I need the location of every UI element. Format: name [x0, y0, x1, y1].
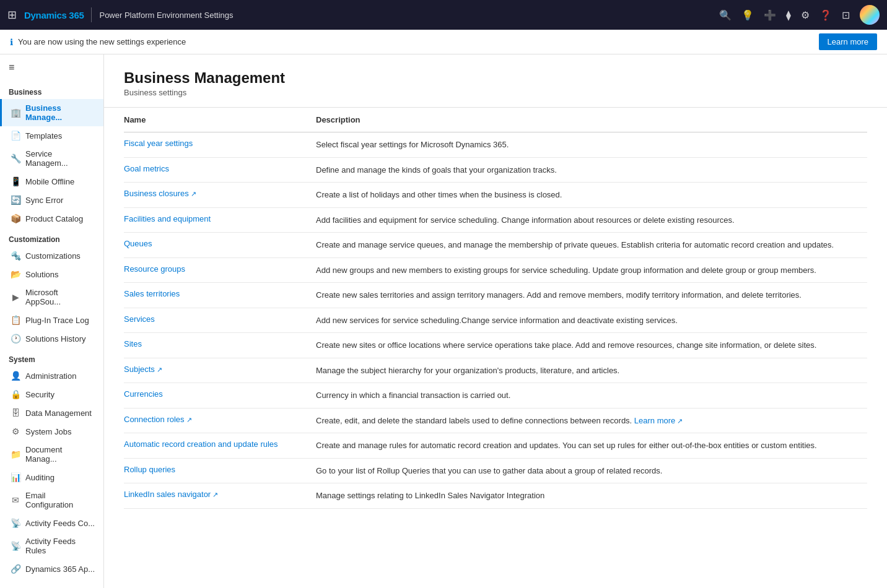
- sidebar-item-customizations[interactable]: 🔩 Customizations: [0, 246, 103, 265]
- setting-name-link[interactable]: Queues: [124, 239, 152, 248]
- sidebar: ≡ Business 🏢 Business Manage... 📄 Templa…: [0, 54, 104, 588]
- setting-description-cell: Select fiscal year settings for Microsof…: [316, 132, 867, 158]
- setting-name-link[interactable]: Subjects: [124, 365, 155, 374]
- filter-icon[interactable]: ⧫: [786, 9, 791, 21]
- notification-bar: ℹ You are now using the new settings exp…: [0, 30, 887, 54]
- learn-more-button[interactable]: Learn more: [819, 33, 877, 50]
- sidebar-item-activity-feeds-co[interactable]: 📡 Activity Feeds Co...: [0, 514, 103, 532]
- sidebar-item-templates[interactable]: 📄 Templates: [0, 126, 103, 145]
- settings-icon[interactable]: ⚙: [801, 9, 810, 21]
- customizations-icon: 🔩: [11, 251, 20, 261]
- setting-name-cell: Currencies: [124, 383, 316, 409]
- table-row: ServicesAdd new services for service sch…: [124, 308, 867, 333]
- setting-name-cell: Rollup queries: [124, 458, 316, 483]
- setting-name-cell: LinkedIn sales navigator↗: [124, 483, 316, 509]
- sidebar-item-label: Security: [25, 390, 55, 399]
- sidebar-item-mobile-offline[interactable]: 📱 Mobile Offline: [0, 172, 103, 191]
- table-row: Rollup queriesGo to your list of Rollup …: [124, 458, 867, 483]
- setting-description-cell: Manage the subject hierarchy for your or…: [316, 358, 867, 383]
- setting-name-link[interactable]: Sales territories: [124, 289, 180, 298]
- setting-name-link[interactable]: LinkedIn sales navigator: [124, 490, 211, 499]
- setting-name-link[interactable]: Rollup queries: [124, 465, 175, 474]
- sidebar-item-sync-error[interactable]: 🔄 Sync Error: [0, 191, 103, 209]
- sidebar-item-solutions[interactable]: 📂 Solutions: [0, 265, 103, 283]
- table-row: Subjects↗Manage the subject hierarchy fo…: [124, 358, 867, 383]
- auditing-icon: 📊: [11, 472, 20, 482]
- info-icon: ℹ: [10, 37, 13, 47]
- col-name: Name: [124, 108, 316, 132]
- main-layout: ≡ Business 🏢 Business Manage... 📄 Templa…: [0, 54, 887, 588]
- external-link-icon: ↗: [157, 366, 162, 373]
- setting-name-link[interactable]: Fiscal year settings: [124, 139, 193, 148]
- hamburger-menu[interactable]: ≡: [0, 54, 103, 80]
- setting-description-cell: Create new sales territories and assign …: [316, 283, 867, 308]
- setting-name-link[interactable]: Automatic record creation and update rul…: [124, 439, 278, 449]
- setting-name-cell: Subjects↗: [124, 358, 316, 383]
- sidebar-item-administration[interactable]: 👤 Administration: [0, 366, 103, 385]
- sidebar-item-plugin-trace[interactable]: 📋 Plug-In Trace Log: [0, 311, 103, 329]
- sidebar-item-solutions-history[interactable]: 🕐 Solutions History: [0, 329, 103, 348]
- sidebar-section-customization: Customization: [0, 228, 103, 246]
- sidebar-item-service-mgmt[interactable]: 🔧 Service Managem...: [0, 145, 103, 172]
- setting-name-link[interactable]: Goal metrics: [124, 164, 169, 173]
- setting-name-link[interactable]: Business closures: [124, 189, 189, 198]
- table-row: LinkedIn sales navigator↗Manage settings…: [124, 483, 867, 509]
- setting-name-link[interactable]: Resource groups: [124, 264, 185, 274]
- sidebar-item-label: Templates: [25, 131, 62, 141]
- product-catalog-icon: 📦: [11, 214, 20, 223]
- search-icon[interactable]: 🔍: [719, 9, 732, 21]
- table-row: Resource groupsAdd new groups and new me…: [124, 257, 867, 283]
- setting-name-link[interactable]: Connection roles: [124, 415, 185, 424]
- windows-icon[interactable]: ⊡: [842, 9, 850, 21]
- setting-name-link[interactable]: Currencies: [124, 389, 163, 399]
- sidebar-item-system-jobs[interactable]: ⚙ System Jobs: [0, 422, 103, 441]
- help-icon[interactable]: ❓: [819, 9, 832, 21]
- setting-description-cell: Add facilities and equipment for service…: [316, 207, 867, 233]
- sidebar-item-label: Activity Feeds Rules: [25, 537, 95, 555]
- setting-name-link[interactable]: Sites: [124, 339, 142, 348]
- sidebar-item-business-mgmt[interactable]: 🏢 Business Manage...: [0, 99, 103, 126]
- page-title: Business Management: [124, 69, 867, 87]
- data-management-icon: 🗄: [11, 408, 20, 418]
- sidebar-item-dynamics-365-ap[interactable]: 🔗 Dynamics 365 Ap...: [0, 560, 103, 578]
- table-row: Sales territoriesCreate new sales territ…: [124, 283, 867, 308]
- setting-description-cell: Create new sites or office locations whe…: [316, 333, 867, 358]
- sidebar-item-email-config[interactable]: ✉ Email Configuration: [0, 486, 103, 514]
- inline-learn-more-link[interactable]: Learn more: [634, 416, 675, 425]
- document-mgmt-icon: 📁: [11, 449, 20, 459]
- sidebar-item-product-catalog[interactable]: 📦 Product Catalog: [0, 209, 103, 228]
- add-icon[interactable]: ➕: [764, 9, 776, 21]
- table-row: QueuesCreate and manage service queues, …: [124, 233, 867, 258]
- avatar[interactable]: [860, 5, 880, 25]
- table-row: Goal metricsDefine and manage the kinds …: [124, 157, 867, 183]
- sidebar-item-auditing[interactable]: 📊 Auditing: [0, 468, 103, 486]
- apps-grid-icon[interactable]: ⊞: [7, 8, 17, 22]
- activity-feeds-rules-icon: 📡: [11, 541, 20, 551]
- sidebar-section-system: System: [0, 348, 103, 366]
- setting-name-cell: Resource groups: [124, 257, 316, 283]
- sidebar-item-security[interactable]: 🔒 Security: [0, 385, 103, 404]
- sidebar-item-activity-feeds-rules[interactable]: 📡 Activity Feeds Rules: [0, 532, 103, 560]
- sidebar-item-document-mgmt[interactable]: 📁 Document Manag...: [0, 441, 103, 468]
- sidebar-item-label: Solutions History: [25, 334, 86, 344]
- sidebar-item-data-management[interactable]: 🗄 Data Management: [0, 404, 103, 422]
- col-description: Description: [316, 108, 867, 132]
- table-row: Automatic record creation and update rul…: [124, 433, 867, 459]
- inline-external-icon: ↗: [677, 417, 683, 425]
- setting-name-cell: Queues: [124, 233, 316, 258]
- dynamics-logo: Dynamics 365: [24, 10, 84, 20]
- setting-description-cell: Manage settings relating to LinkedIn Sal…: [316, 483, 867, 509]
- topbar: ⊞ Dynamics 365 Power Platform Environmen…: [0, 0, 887, 30]
- lightbulb-icon[interactable]: 💡: [741, 9, 754, 21]
- setting-name-link[interactable]: Services: [124, 314, 155, 324]
- business-mgmt-icon: 🏢: [11, 108, 20, 118]
- setting-description-cell: Go to your list of Rollup Queries that y…: [316, 458, 867, 483]
- topbar-title: Power Platform Environment Settings: [99, 11, 233, 20]
- setting-name-link[interactable]: Facilities and equipment: [124, 214, 211, 223]
- sidebar-item-appsource[interactable]: ▶ Microsoft AppSou...: [0, 283, 103, 311]
- table-row: Connection roles↗Create, edit, and delet…: [124, 408, 867, 433]
- topbar-divider: [91, 7, 92, 22]
- setting-description-cell: Define and manage the kinds of goals tha…: [316, 157, 867, 183]
- notification-text: You are now using the new settings exper…: [18, 37, 814, 46]
- sidebar-item-label: Service Managem...: [25, 149, 95, 168]
